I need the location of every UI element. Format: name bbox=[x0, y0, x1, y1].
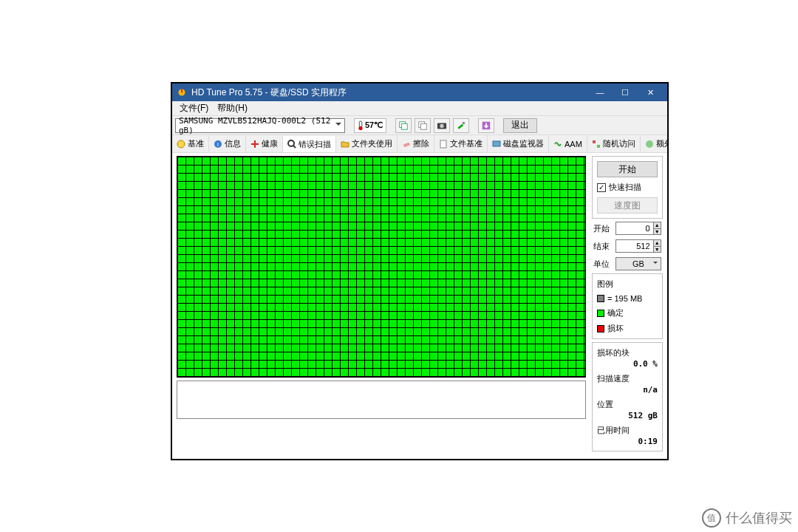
svg-point-13 bbox=[177, 140, 185, 148]
start-input[interactable]: ▲▼ bbox=[615, 222, 661, 235]
svg-rect-17 bbox=[251, 143, 259, 145]
svg-rect-5 bbox=[402, 123, 408, 129]
tab-erase[interactable]: 擦除 bbox=[398, 135, 434, 152]
app-icon bbox=[177, 87, 187, 98]
tab-info[interactable]: i信息 bbox=[209, 135, 246, 152]
copy-info-button[interactable] bbox=[395, 118, 412, 133]
spin-down-icon[interactable]: ▼ bbox=[654, 229, 661, 235]
speed-value: n/a bbox=[597, 385, 658, 395]
svg-point-18 bbox=[288, 140, 294, 146]
legend-block: = 195 MB bbox=[597, 294, 658, 303]
scan-grid bbox=[177, 156, 586, 378]
screenshot-button[interactable] bbox=[434, 118, 450, 133]
ok-icon bbox=[597, 310, 604, 317]
speed-label: 扫描速度 bbox=[597, 373, 658, 384]
svg-rect-10 bbox=[458, 123, 464, 129]
svg-line-19 bbox=[293, 146, 296, 148]
tab-disk-monitor[interactable]: 磁盘监视器 bbox=[488, 135, 549, 152]
drive-name: SAMSUNG MZVLB512HAJQ-000L2 (512 gB) bbox=[179, 116, 332, 135]
legend-ok: 确定 bbox=[597, 307, 658, 318]
damaged-label: 损坏的块 bbox=[597, 347, 658, 358]
exit-button[interactable]: 退出 bbox=[503, 118, 537, 133]
position-label: 位置 bbox=[597, 399, 658, 410]
tab-random-access[interactable]: 随机访问 bbox=[587, 135, 641, 152]
svg-rect-23 bbox=[593, 140, 596, 143]
svg-rect-20 bbox=[403, 142, 410, 146]
maximize-button[interactable]: ☐ bbox=[613, 83, 638, 101]
save-button[interactable] bbox=[478, 118, 494, 133]
watermark-icon: 值 bbox=[702, 508, 721, 528]
svg-point-9 bbox=[440, 123, 444, 127]
legend-bad: 损坏 bbox=[597, 323, 658, 334]
unit-select[interactable]: GB bbox=[615, 257, 661, 270]
tab-health[interactable]: 健康 bbox=[246, 135, 283, 152]
spin-down-icon[interactable]: ▼ bbox=[654, 247, 661, 253]
tab-aam[interactable]: AAM bbox=[549, 135, 587, 152]
app-window: HD Tune Pro 5.75 - 硬盘/SSD 实用程序 — ☐ ✕ 文件(… bbox=[171, 83, 668, 460]
svg-point-25 bbox=[646, 140, 653, 148]
copy-text-button[interactable] bbox=[415, 118, 431, 133]
menu-file[interactable]: 文件(F) bbox=[175, 102, 213, 115]
end-input[interactable]: ▲▼ bbox=[615, 239, 661, 253]
titlebar: HD Tune Pro 5.75 - 硬盘/SSD 实用程序 — ☐ ✕ bbox=[172, 83, 667, 101]
temperature: 57℃ bbox=[354, 118, 386, 133]
minimize-button[interactable]: — bbox=[587, 83, 613, 101]
svg-rect-21 bbox=[440, 140, 446, 148]
checkbox-icon: ✓ bbox=[597, 183, 606, 192]
drive-select[interactable]: SAMSUNG MZVLB512HAJQ-000L2 (512 gB) bbox=[175, 118, 345, 133]
damaged-value: 0.0 % bbox=[597, 359, 658, 369]
device-toolbar: SAMSUNG MZVLB512HAJQ-000L2 (512 gB) 57℃ … bbox=[172, 116, 667, 135]
thermometer-icon bbox=[358, 120, 364, 131]
log-box bbox=[177, 381, 586, 419]
svg-rect-1 bbox=[181, 89, 183, 93]
svg-point-3 bbox=[358, 126, 362, 129]
tab-benchmark[interactable]: 基准 bbox=[172, 135, 209, 152]
menu-help[interactable]: 帮助(H) bbox=[213, 102, 252, 115]
spin-up-icon[interactable]: ▲ bbox=[654, 240, 661, 247]
svg-rect-22 bbox=[493, 141, 500, 146]
unit-label: 单位 bbox=[593, 259, 613, 270]
tab-file-benchmark[interactable]: 文件基准 bbox=[434, 135, 488, 152]
legend-title: 图例 bbox=[597, 279, 658, 290]
svg-rect-24 bbox=[597, 145, 600, 148]
menu-bar: 文件(F) 帮助(H) bbox=[172, 101, 667, 116]
svg-text:i: i bbox=[217, 141, 219, 148]
position-value: 512 gB bbox=[597, 411, 658, 420]
elapsed-label: 已用时间 bbox=[597, 425, 658, 436]
tab-folder-usage[interactable]: 文件夹使用 bbox=[336, 135, 398, 152]
end-label: 结束 bbox=[593, 241, 613, 252]
tab-bar: 基准 i信息 健康 错误扫描 文件夹使用 擦除 文件基准 磁盘监视器 AAM 随… bbox=[172, 135, 667, 153]
start-button[interactable]: 开始 bbox=[597, 161, 658, 177]
content-area: 开始 ✓ 快速扫描 速度图 开始 ▲▼ 结束 bbox=[172, 153, 667, 459]
close-button[interactable]: ✕ bbox=[638, 83, 663, 101]
speedmap-button: 速度图 bbox=[597, 197, 658, 214]
spin-up-icon[interactable]: ▲ bbox=[654, 222, 661, 229]
start-label: 开始 bbox=[593, 223, 613, 234]
settings-button[interactable] bbox=[453, 118, 469, 133]
quick-scan-checkbox[interactable]: ✓ 快速扫描 bbox=[597, 182, 658, 193]
block-icon bbox=[597, 295, 604, 302]
tab-extra-tests[interactable]: 额外测试 bbox=[641, 135, 667, 152]
watermark: 值 什么值得买 bbox=[702, 508, 792, 528]
svg-rect-7 bbox=[421, 123, 427, 129]
svg-point-11 bbox=[463, 121, 466, 124]
bad-icon bbox=[597, 325, 604, 332]
window-title: HD Tune Pro 5.75 - 硬盘/SSD 实用程序 bbox=[191, 86, 347, 99]
elapsed-value: 0:19 bbox=[597, 437, 658, 446]
tab-error-scan[interactable]: 错误扫描 bbox=[283, 136, 336, 153]
